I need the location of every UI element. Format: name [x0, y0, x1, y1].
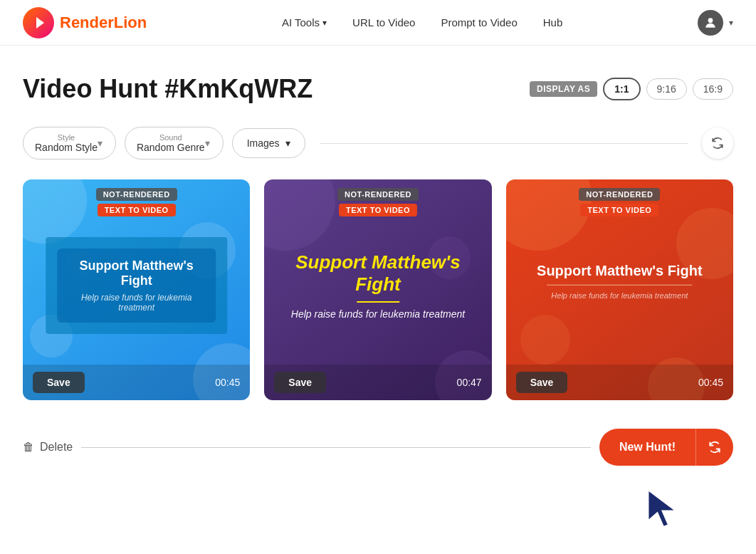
ratio-9-16-button[interactable]: 9:16	[646, 78, 687, 100]
refresh-icon	[710, 136, 725, 150]
images-filter-label: Images	[247, 137, 280, 149]
trash-icon: 🗑	[23, 441, 34, 454]
sound-chevron-icon: ▾	[205, 137, 210, 149]
header-right: ▾	[698, 10, 733, 36]
video-card-3[interactable]: NOT-RENDERED TEXT TO VIDEO Support Matth…	[506, 179, 733, 400]
main-nav: AI Tools URL to Video Prompt to Video Hu…	[269, 11, 575, 34]
logo[interactable]: RenderLion	[23, 7, 147, 38]
video-card-2[interactable]: NOT-RENDERED TEXT TO VIDEO Support Matth…	[264, 179, 491, 400]
page-title: Video Hunt #KmKqWRZ	[23, 74, 313, 104]
nav-url-to-video[interactable]: URL to Video	[340, 11, 428, 34]
delete-button[interactable]: 🗑 Delete	[23, 441, 73, 454]
logo-icon	[23, 7, 54, 38]
style-filter-value: Random Style	[35, 142, 98, 153]
svg-marker-0	[36, 17, 44, 28]
video-card-1[interactable]: NOT-RENDERED TEXT TO VIDEO Support Matth…	[23, 179, 250, 400]
card-3-type-badge: TEXT TO VIDEO	[580, 204, 658, 216]
ratio-16-9-button[interactable]: 16:9	[693, 78, 733, 100]
card-3-subtitle: Help raise funds for leukemia treatment	[529, 291, 710, 300]
style-filter-label: Style	[35, 133, 98, 142]
display-as-label: DISPLAY AS	[530, 81, 597, 97]
bottom-row: 🗑 Delete New Hunt!	[23, 423, 733, 466]
card-3-duration: 00:45	[698, 377, 723, 388]
main-content: Video Hunt #KmKqWRZ DISPLAY AS 1:1 9:16 …	[0, 46, 756, 494]
style-filter-button[interactable]: Style Random Style ▾	[23, 127, 116, 160]
filters-row: Style Random Style ▾ Sound Random Genre …	[23, 127, 733, 160]
images-filter-button[interactable]: Images ▾	[232, 128, 305, 158]
card-2-subtitle: Help raise funds for leukemia treatment	[287, 308, 468, 320]
sound-filter-label: Sound	[137, 133, 205, 142]
nav-hub[interactable]: Hub	[530, 11, 576, 34]
card-2-not-rendered-badge: NOT-RENDERED	[337, 188, 419, 201]
logo-text: RenderLion	[60, 14, 147, 32]
card-1-not-rendered-badge: NOT-RENDERED	[96, 188, 177, 201]
filter-divider	[320, 143, 688, 144]
card-2-duration: 00:47	[457, 377, 482, 388]
new-hunt-row: New Hunt!	[599, 429, 733, 466]
new-hunt-refresh-icon	[708, 440, 722, 454]
card-1-save-button[interactable]: Save	[33, 372, 85, 393]
title-row: Video Hunt #KmKqWRZ DISPLAY AS 1:1 9:16 …	[23, 74, 733, 104]
header: RenderLion AI Tools URL to Video Prompt …	[0, 0, 756, 46]
card-3-not-rendered-badge: NOT-RENDERED	[579, 188, 660, 201]
user-avatar[interactable]	[698, 10, 723, 36]
display-as-row: DISPLAY AS 1:1 9:16 16:9	[530, 78, 733, 100]
card-3-save-button[interactable]: Save	[516, 372, 568, 393]
new-hunt-refresh-button[interactable]	[695, 429, 733, 466]
svg-point-1	[708, 18, 713, 23]
style-chevron-icon: ▾	[98, 137, 103, 149]
card-1-subtitle: Help raise funds for leukemia treatment	[68, 293, 204, 313]
card-2-save-button[interactable]: Save	[274, 372, 326, 393]
nav-ai-tools[interactable]: AI Tools	[269, 11, 340, 34]
card-2-title: Support Matthew's Fight	[287, 251, 468, 296]
user-chevron-icon: ▾	[729, 18, 733, 28]
delete-divider	[81, 447, 591, 448]
card-3-title: Support Matthew's Fight	[529, 262, 710, 278]
new-hunt-button[interactable]: New Hunt!	[599, 429, 695, 466]
ratio-1-1-button[interactable]: 1:1	[603, 78, 640, 100]
card-2-type-badge: TEXT TO VIDEO	[339, 204, 417, 216]
cards-row: NOT-RENDERED TEXT TO VIDEO Support Matth…	[23, 179, 733, 400]
sound-filter-button[interactable]: Sound Random Genre ▾	[125, 127, 224, 160]
nav-prompt-to-video[interactable]: Prompt to Video	[428, 11, 530, 34]
images-chevron-icon: ▾	[285, 137, 290, 149]
refresh-button[interactable]	[702, 127, 733, 159]
card-1-type-badge: TEXT TO VIDEO	[98, 204, 176, 216]
card-1-title: Support Matthew's Fight	[68, 258, 204, 288]
card-1-duration: 00:45	[215, 377, 240, 388]
sound-filter-value: Random Genre	[137, 142, 205, 153]
